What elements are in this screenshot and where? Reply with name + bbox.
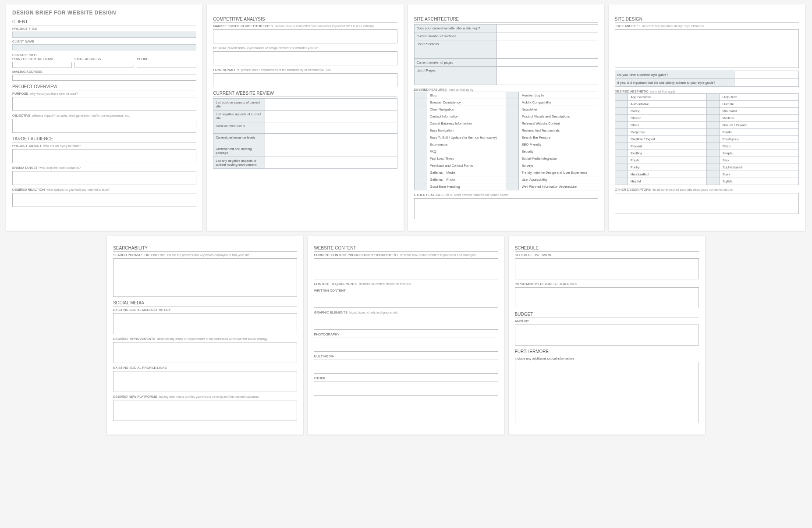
textarea-market[interactable] xyxy=(213,29,397,43)
textarea-multimedia[interactable] xyxy=(314,360,498,374)
textarea-schedule-overview[interactable] xyxy=(515,258,699,279)
textarea-other-features[interactable] xyxy=(414,198,598,219)
aesthetic-check-left-9[interactable] xyxy=(615,157,628,164)
arch-a-sections[interactable] xyxy=(497,32,598,40)
feature-check-right-11[interactable] xyxy=(506,169,519,176)
textarea-objective[interactable] xyxy=(12,119,196,133)
textarea-look-feel[interactable] xyxy=(615,29,799,68)
aesthetic-check-left-10[interactable] xyxy=(615,164,628,171)
aesthetic-check-left-6[interactable] xyxy=(615,136,628,143)
feature-check-left-5[interactable] xyxy=(414,127,427,134)
feature-check-right-13[interactable] xyxy=(506,183,519,190)
feature-check-right-12[interactable] xyxy=(506,176,519,183)
aesthetic-check-right-4[interactable] xyxy=(707,122,720,129)
textarea-keywords[interactable] xyxy=(113,258,297,297)
feature-check-left-13[interactable] xyxy=(414,183,427,190)
review-input-4[interactable] xyxy=(265,145,397,157)
aesthetic-check-right-9[interactable] xyxy=(707,157,720,164)
aesthetic-check-right-5[interactable] xyxy=(707,129,720,136)
feature-check-left-4[interactable] xyxy=(414,120,427,127)
arch-a-pages[interactable] xyxy=(497,59,598,67)
aesthetic-check-left-0[interactable] xyxy=(615,94,628,101)
feature-check-right-1[interactable] xyxy=(506,99,519,106)
feature-check-left-1[interactable] xyxy=(414,99,427,106)
feature-check-right-5[interactable] xyxy=(506,127,519,134)
aesthetic-check-right-3[interactable] xyxy=(707,115,720,122)
feature-check-right-0[interactable] xyxy=(506,92,519,99)
review-input-2[interactable] xyxy=(265,122,397,134)
input-poc[interactable] xyxy=(12,62,72,68)
aesthetic-check-right-1[interactable] xyxy=(707,101,720,108)
aesthetic-check-right-2[interactable] xyxy=(707,108,720,115)
textarea-profile-links[interactable] xyxy=(113,371,297,392)
style-a2[interactable] xyxy=(734,79,799,87)
textarea-other-content[interactable] xyxy=(314,382,498,396)
input-project-title[interactable] xyxy=(12,32,196,38)
feature-check-right-7[interactable] xyxy=(506,141,519,148)
aesthetic-check-left-8[interactable] xyxy=(615,150,628,157)
aesthetic-check-left-4[interactable] xyxy=(615,122,628,129)
aesthetic-check-right-12[interactable] xyxy=(707,178,720,185)
aesthetic-check-right-8[interactable] xyxy=(707,150,720,157)
aesthetic-check-left-11[interactable] xyxy=(615,171,628,178)
textarea-furthermore[interactable] xyxy=(515,362,699,423)
textarea-milestones[interactable] xyxy=(515,287,699,308)
aesthetic-check-left-5[interactable] xyxy=(615,129,628,136)
feature-check-right-4[interactable] xyxy=(506,120,519,127)
arch-a-list-pages[interactable] xyxy=(497,67,598,85)
aesthetic-check-left-7[interactable] xyxy=(615,143,628,150)
textarea-social-improvements[interactable] xyxy=(113,342,297,363)
input-client-name[interactable] xyxy=(12,44,196,50)
input-mailing[interactable] xyxy=(12,75,196,81)
textarea-design[interactable] xyxy=(213,51,397,65)
textarea-brand-target[interactable] xyxy=(12,171,196,185)
feature-check-right-9[interactable] xyxy=(506,155,519,162)
review-input-3[interactable] xyxy=(265,134,397,145)
textarea-functionality[interactable] xyxy=(213,73,397,87)
feature-check-right-6[interactable] xyxy=(506,134,519,141)
feature-check-left-8[interactable] xyxy=(414,148,427,155)
aesthetic-check-left-1[interactable] xyxy=(615,101,628,108)
feature-check-left-6[interactable] xyxy=(414,134,427,141)
textarea-amount[interactable] xyxy=(515,325,699,346)
aesthetic-check-right-6[interactable] xyxy=(707,136,720,143)
input-phone[interactable] xyxy=(137,62,196,68)
review-input-0[interactable] xyxy=(265,99,397,111)
textarea-other-descriptors[interactable] xyxy=(615,193,799,214)
textarea-project-target[interactable] xyxy=(12,149,196,163)
aesthetic-check-right-11[interactable] xyxy=(707,171,720,178)
textarea-written[interactable] xyxy=(314,294,498,308)
textarea-purpose[interactable] xyxy=(12,97,196,111)
aesthetic-check-left-2[interactable] xyxy=(615,108,628,115)
feature-check-left-7[interactable] xyxy=(414,141,427,148)
review-input-1[interactable] xyxy=(265,111,397,122)
feature-check-right-3[interactable] xyxy=(506,113,519,120)
feature-check-left-2[interactable] xyxy=(414,106,427,113)
feature-check-right-2[interactable] xyxy=(506,106,519,113)
feature-check-left-10[interactable] xyxy=(414,162,427,169)
review-input-5[interactable] xyxy=(265,157,397,169)
style-a1[interactable] xyxy=(734,71,799,79)
input-email[interactable] xyxy=(74,62,134,68)
textarea-new-platforms[interactable] xyxy=(113,400,297,421)
textarea-graphic[interactable] xyxy=(314,316,498,330)
label-poc: POINT OF CONTACT NAME xyxy=(12,57,72,61)
aesthetic-check-right-10[interactable] xyxy=(707,164,720,171)
textarea-photography[interactable] xyxy=(314,338,498,352)
arch-a-sitemap[interactable] xyxy=(497,25,598,32)
aesthetic-check-left-12[interactable] xyxy=(615,178,628,185)
feature-check-left-9[interactable] xyxy=(414,155,427,162)
arch-a-list-sections[interactable] xyxy=(497,40,598,59)
feature-check-right-10[interactable] xyxy=(506,162,519,169)
feature-check-left-0[interactable] xyxy=(414,92,427,99)
textarea-social-strategy[interactable] xyxy=(113,313,297,334)
textarea-current-content[interactable] xyxy=(314,258,498,279)
aesthetic-check-left-3[interactable] xyxy=(615,115,628,122)
textarea-reaction[interactable] xyxy=(12,193,196,207)
aesthetic-check-right-7[interactable] xyxy=(707,143,720,150)
feature-check-left-3[interactable] xyxy=(414,113,427,120)
feature-check-right-8[interactable] xyxy=(506,148,519,155)
feature-check-left-11[interactable] xyxy=(414,169,427,176)
feature-check-left-12[interactable] xyxy=(414,176,427,183)
aesthetic-check-right-0[interactable] xyxy=(707,94,720,101)
